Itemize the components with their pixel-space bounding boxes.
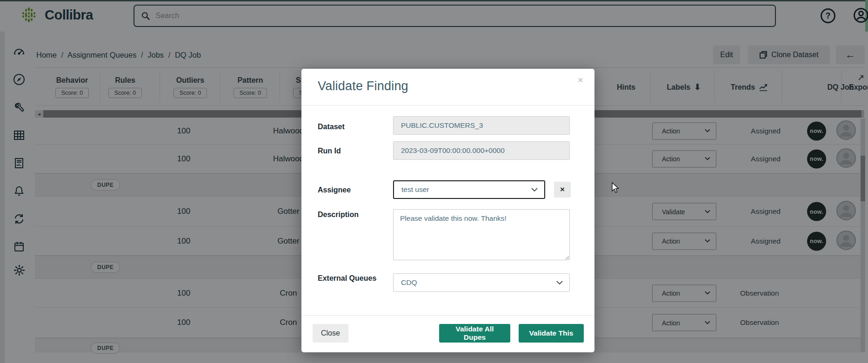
external-queues-label: External Queues [318, 273, 378, 283]
modal-close-icon[interactable]: × [578, 74, 583, 86]
collibra-dq-app: Collibra ? [0, 0, 868, 363]
description-textarea[interactable]: Please validate this now. Thanks! [393, 209, 570, 260]
mouse-cursor [611, 182, 621, 195]
assignee-select[interactable]: test user [393, 180, 545, 199]
close-glyph: × [578, 74, 583, 85]
external-queues-value: CDQ [401, 278, 417, 287]
chevron-down-icon [556, 281, 563, 285]
run-id-input [393, 141, 570, 160]
validate-finding-modal: Validate Finding × Dataset Run Id Assign… [301, 69, 594, 352]
validate-this-label: Validate This [529, 329, 574, 337]
chevron-down-icon [531, 188, 538, 192]
modal-close-button[interactable]: Close [313, 324, 348, 343]
modal-title: Validate Finding [318, 79, 408, 93]
assignee-label: Assignee [318, 185, 378, 195]
close-label: Close [321, 329, 340, 337]
run-id-label: Run Id [318, 146, 378, 156]
clear-assignee-button[interactable]: × [554, 182, 571, 198]
validate-all-label: Validate All Dupes [455, 325, 494, 341]
dataset-label: Dataset [318, 122, 378, 132]
external-queues-select[interactable]: CDQ [393, 273, 570, 292]
modal-header: Validate Finding × [301, 69, 594, 106]
dataset-input [393, 116, 570, 135]
validate-this-button[interactable]: Validate This [519, 324, 584, 343]
validate-all-dupes-button[interactable]: Validate All Dupes [439, 324, 510, 343]
assignee-value: test user [401, 185, 429, 194]
modal-footer: Close Validate All Dupes Validate This [301, 315, 594, 352]
clear-x-icon: × [560, 185, 565, 194]
description-label: Description [318, 210, 378, 219]
